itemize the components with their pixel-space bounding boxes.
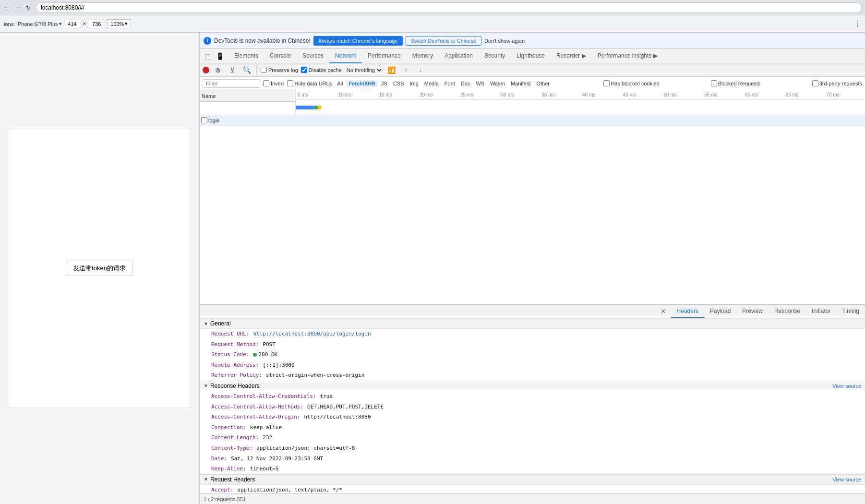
tab-elements[interactable]: Elements	[228, 49, 264, 63]
detail-tab-headers[interactable]: Headers	[671, 305, 704, 318]
network-main: login × Headers Payload Preview Response…	[200, 115, 865, 493]
blocked-requests-input[interactable]	[711, 80, 717, 86]
device-dropdown-icon[interactable]: ▾	[59, 21, 62, 27]
more-options-icon[interactable]: ⋮	[853, 19, 861, 29]
filter-ws[interactable]: WS	[473, 80, 487, 87]
filter-doc[interactable]: Doc	[458, 80, 473, 87]
filter-js[interactable]: JS	[379, 80, 390, 87]
record-button[interactable]	[203, 67, 209, 73]
disable-cache-checkbox[interactable]: Disable cache	[301, 67, 342, 73]
search-icon[interactable]: 🔍	[241, 64, 252, 76]
upload-icon[interactable]: ↑	[400, 64, 412, 76]
address-bar[interactable]: localhost:8080/#/	[36, 2, 862, 13]
switch-chinese-button[interactable]: Switch DevTools to Chinese	[406, 36, 481, 46]
response-header-row: Content-Length:232	[200, 432, 865, 443]
detail-tab-preview[interactable]: Preview	[736, 305, 769, 318]
infobar-text: DevTools is now available in Chinese!	[214, 37, 311, 44]
detail-tab-timing[interactable]: Timing	[836, 305, 865, 318]
resp-header-val: Sat, 12 Nov 2022 09:23:58 GMT	[231, 455, 323, 463]
hide-data-urls-checkbox[interactable]: Hide data URLs	[287, 80, 332, 86]
tab-memory[interactable]: Memory	[407, 49, 439, 63]
detail-close-icon[interactable]: ×	[659, 307, 668, 316]
tab-recorder[interactable]: Recorder ▶	[551, 49, 592, 63]
request-method-row: Request Method: POST	[200, 339, 865, 350]
preserve-log-checkbox[interactable]: Preserve log	[261, 67, 298, 73]
inspect-icon[interactable]: ⬚	[202, 50, 213, 62]
detail-tab-response[interactable]: Response	[769, 305, 806, 318]
tab-security[interactable]: Security	[479, 49, 511, 63]
filter-fetch-xhr[interactable]: Fetch/XHR	[346, 80, 378, 87]
response-headers-view-source[interactable]: View source	[832, 383, 861, 389]
request-url-label: Request URL:	[211, 330, 249, 338]
zoom-control[interactable]: 100% ▾	[107, 19, 131, 28]
device-mode-icon[interactable]: 📱	[214, 50, 226, 62]
invert-input[interactable]	[263, 80, 269, 86]
response-header-row: Connection:keep-alive	[200, 422, 865, 433]
dim-separator: ×	[83, 21, 86, 27]
tab-lighthouse[interactable]: Lighthouse	[511, 49, 551, 63]
device-name[interactable]: ions: iPhone 6/7/8 Plus ▾	[4, 21, 62, 27]
response-headers-arrow-icon: ▼	[204, 383, 208, 388]
status-code-row: Status Code: 200 OK	[200, 349, 865, 360]
remote-address-val: [::1]:3000	[263, 361, 294, 370]
filter-icon[interactable]: ⊻	[227, 64, 238, 76]
tab-network[interactable]: Network	[329, 49, 362, 63]
request-method-label: Request Method:	[211, 340, 259, 349]
tab-application[interactable]: Application	[439, 49, 479, 63]
detail-tab-payload[interactable]: Payload	[704, 305, 736, 318]
detail-tab-initiator[interactable]: Initiator	[806, 305, 836, 318]
filter-css[interactable]: CSS	[391, 80, 407, 87]
tab-performance-insights[interactable]: Performance insights ▶	[592, 49, 663, 63]
match-language-button[interactable]: Always match Chrome's language	[313, 36, 403, 46]
timeline-bar-area	[296, 100, 865, 115]
row-checkbox[interactable]	[201, 117, 207, 123]
download-icon[interactable]: ↓	[415, 64, 426, 76]
req-header-name: Accept:	[211, 486, 233, 493]
filter-manifest[interactable]: Manifest	[508, 80, 533, 87]
height-input[interactable]: 736	[88, 20, 105, 28]
request-headers-section-header[interactable]: ▼ Request Headers View source	[200, 474, 865, 485]
table-row[interactable]: login	[200, 115, 865, 126]
back-icon[interactable]: ←	[3, 3, 12, 12]
third-party-input[interactable]	[812, 80, 818, 86]
send-token-button[interactable]: 发送带token的请求	[66, 261, 133, 276]
tab-console[interactable]: Console	[264, 49, 297, 63]
invert-checkbox[interactable]: Invert	[263, 80, 284, 86]
filter-img[interactable]: Img	[408, 80, 421, 87]
filter-all[interactable]: All	[335, 80, 345, 87]
request-headers-view-source[interactable]: View source	[832, 477, 861, 482]
filter-input[interactable]	[203, 79, 260, 88]
filter-other[interactable]: Other	[534, 80, 552, 87]
status-code-label: Status Code:	[211, 350, 249, 359]
hide-data-urls-input[interactable]	[287, 80, 293, 86]
general-section-header[interactable]: ▼ General	[200, 318, 865, 329]
filter-types: All Fetch/XHR JS CSS Img Media Font Doc …	[335, 80, 552, 87]
tl-label-55ms: 55 ms	[702, 92, 743, 97]
refresh-icon[interactable]: ↻	[24, 3, 33, 12]
blocked-requests-checkbox[interactable]: Blocked Requests	[711, 80, 761, 86]
preserve-log-input[interactable]	[261, 67, 267, 73]
third-party-checkbox[interactable]: 3rd-party requests	[812, 80, 862, 86]
tab-performance[interactable]: Performance	[362, 49, 407, 63]
row-name: login	[208, 118, 219, 123]
filter-wasm[interactable]: Wasm	[488, 80, 507, 87]
throttle-select[interactable]: No throttling	[345, 67, 383, 73]
tab-sources[interactable]: Sources	[297, 49, 329, 63]
filter-font[interactable]: Font	[442, 80, 457, 87]
toolbar-divider	[256, 66, 257, 74]
referrer-policy-label: Referrer Policy:	[211, 371, 262, 380]
status-dot	[253, 353, 257, 357]
response-headers-section-header[interactable]: ▼ Response Headers View source	[200, 381, 865, 391]
wifi-icon[interactable]: 📶	[386, 64, 397, 76]
width-input[interactable]: 414	[64, 20, 81, 28]
forward-icon[interactable]: →	[13, 3, 22, 12]
disable-cache-input[interactable]	[301, 67, 307, 73]
resp-header-val: application/json; charset=utf-8	[256, 444, 355, 453]
has-blocked-cookies-checkbox[interactable]: Has blocked cookies	[603, 80, 659, 86]
stop-recording-icon[interactable]: ⊗	[212, 64, 224, 76]
remote-address-label: Remote Address:	[211, 361, 259, 370]
dont-show-again-button[interactable]: Don't show again	[484, 38, 525, 44]
referrer-policy-val: strict-origin-when-cross-origin	[266, 371, 364, 380]
has-blocked-cookies-input[interactable]	[603, 80, 610, 86]
filter-media[interactable]: Media	[422, 80, 441, 87]
